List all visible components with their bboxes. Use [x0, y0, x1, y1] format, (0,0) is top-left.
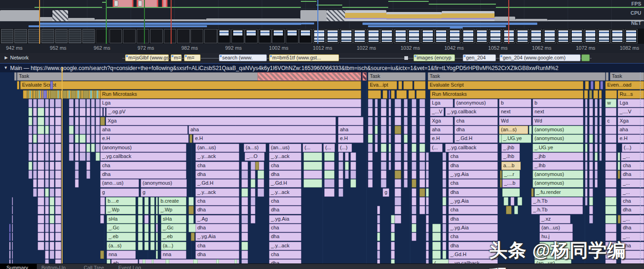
flame-bar[interactable]: Task — [368, 72, 426, 81]
flame-bar[interactable] — [389, 108, 391, 116]
flame-bar[interactable] — [443, 242, 446, 250]
flame-bar[interactable] — [29, 117, 32, 125]
filmstrip-frame[interactable] — [123, 29, 136, 43]
flame-bar[interactable] — [389, 99, 391, 107]
filmstrip-frame[interactable] — [218, 29, 230, 43]
flame-bar[interactable] — [443, 179, 446, 187]
filmstrip-frame[interactable] — [190, 29, 203, 43]
flame-bar[interactable] — [60, 90, 61, 99]
flame-bar[interactable] — [138, 242, 143, 250]
flame-bar[interactable]: _.eb — [107, 233, 136, 241]
flame-bar[interactable] — [75, 162, 79, 170]
flame-bar[interactable] — [339, 188, 343, 197]
flame-bar[interactable]: (...) — [338, 144, 352, 152]
flame-bar[interactable] — [86, 134, 90, 143]
flame-bar[interactable] — [391, 259, 395, 263]
flame-bar[interactable] — [589, 134, 593, 143]
flame-bar[interactable] — [397, 90, 407, 99]
flame-bar[interactable] — [80, 117, 86, 125]
flame-bar[interactable] — [166, 259, 169, 263]
flame-bar[interactable] — [618, 215, 621, 223]
flame-bar[interactable] — [529, 126, 532, 134]
filmstrip-frame[interactable] — [299, 29, 312, 43]
flame-bar[interactable] — [443, 206, 446, 214]
flame-bar[interactable] — [156, 251, 158, 259]
flame-bar[interactable]: _.lhb — [501, 152, 520, 161]
flame-bar[interactable] — [55, 242, 61, 250]
flame-bar[interactable] — [426, 170, 429, 179]
flame-bar[interactable]: dha — [454, 126, 498, 134]
flame-bar[interactable]: aha — [100, 126, 188, 134]
flame-bar[interactable] — [589, 188, 593, 197]
flame-bar[interactable] — [9, 251, 11, 259]
flame-bar[interactable] — [97, 90, 98, 99]
flame-bar[interactable] — [375, 108, 378, 116]
flame-bar[interactable] — [50, 144, 54, 152]
flame-bar[interactable] — [33, 108, 37, 116]
flame-bar[interactable] — [55, 206, 61, 214]
flame-bar[interactable]: nna — [107, 251, 136, 259]
flame-bar[interactable] — [339, 162, 343, 170]
flame-bar[interactable]: _.Gc — [107, 224, 136, 232]
flame-bar[interactable] — [381, 162, 386, 170]
flame-bar[interactable] — [55, 108, 61, 116]
flame-bar[interactable] — [41, 90, 42, 99]
flame-bar[interactable] — [86, 108, 90, 116]
flame-bar[interactable]: (a...) — [161, 242, 186, 250]
flame-bar[interactable] — [381, 117, 386, 125]
filmstrip-frame[interactable] — [408, 29, 420, 43]
flame-bar[interactable] — [420, 108, 425, 116]
flame-bar[interactable] — [324, 179, 334, 187]
flame-bar[interactable]: nna — [161, 251, 186, 259]
flame-bar[interactable] — [345, 162, 349, 170]
filmstrip-frame[interactable] — [1, 29, 14, 43]
main-track-header[interactable]: ▼ Main — https://www.google.com/search?q… — [0, 63, 644, 73]
flame-bar[interactable] — [242, 242, 248, 250]
flame-bar[interactable] — [55, 233, 61, 241]
flame-bar[interactable]: _....b — [502, 179, 520, 187]
flame-bar[interactable] — [605, 179, 616, 187]
flame-bar[interactable] — [50, 242, 54, 250]
flame-bar[interactable] — [324, 170, 334, 179]
flame-bar[interactable]: (an...us) — [269, 144, 301, 152]
flame-bar[interactable] — [86, 126, 90, 134]
flame-bar[interactable] — [351, 179, 356, 187]
flame-bar[interactable] — [605, 152, 616, 161]
flame-bar[interactable] — [55, 188, 61, 197]
flame-bar[interactable] — [389, 134, 391, 143]
flame-bar[interactable] — [404, 99, 408, 107]
flame-bar[interactable] — [150, 206, 155, 214]
flame-bar[interactable] — [339, 170, 343, 179]
flame-bar[interactable] — [38, 152, 44, 161]
flame-bar[interactable] — [618, 170, 620, 179]
flame-bar[interactable] — [389, 144, 391, 152]
flame-bar[interactable] — [12, 197, 13, 205]
flame-bar[interactable]: Wd — [499, 117, 531, 125]
flame-bar[interactable]: _.y...ack — [269, 188, 301, 197]
flame-bar[interactable] — [391, 90, 395, 99]
flame-bar[interactable] — [33, 179, 37, 187]
flame-bar[interactable]: dha — [196, 224, 239, 232]
flame-bar[interactable] — [412, 206, 416, 214]
flame-bar[interactable] — [144, 206, 149, 214]
flame-bar[interactable] — [45, 162, 49, 170]
flame-bar[interactable] — [304, 170, 322, 179]
flame-bar[interactable] — [351, 162, 356, 170]
flame-bar[interactable] — [38, 197, 44, 205]
flame-bar[interactable] — [585, 81, 589, 89]
flame-bar[interactable]: _.Gc — [161, 224, 186, 232]
flame-bar[interactable] — [426, 188, 429, 197]
flame-bar[interactable] — [69, 117, 74, 125]
flame-bar[interactable] — [55, 215, 61, 223]
flame-bar[interactable] — [100, 206, 105, 214]
network-expand-icon[interactable]: ▶ — [5, 55, 8, 60]
flame-bar[interactable]: (anonymous) — [533, 179, 583, 187]
network-request-chip[interactable]: m= — [184, 54, 201, 61]
flame-bar[interactable] — [29, 162, 32, 170]
flame-bar[interactable] — [443, 197, 446, 205]
filmstrip-frame[interactable] — [570, 29, 583, 43]
main-collapse-icon[interactable]: ▼ — [4, 65, 8, 70]
flame-bar[interactable] — [138, 215, 143, 223]
flame-bar[interactable]: Task — [610, 72, 644, 81]
flame-bar[interactable] — [432, 233, 441, 241]
